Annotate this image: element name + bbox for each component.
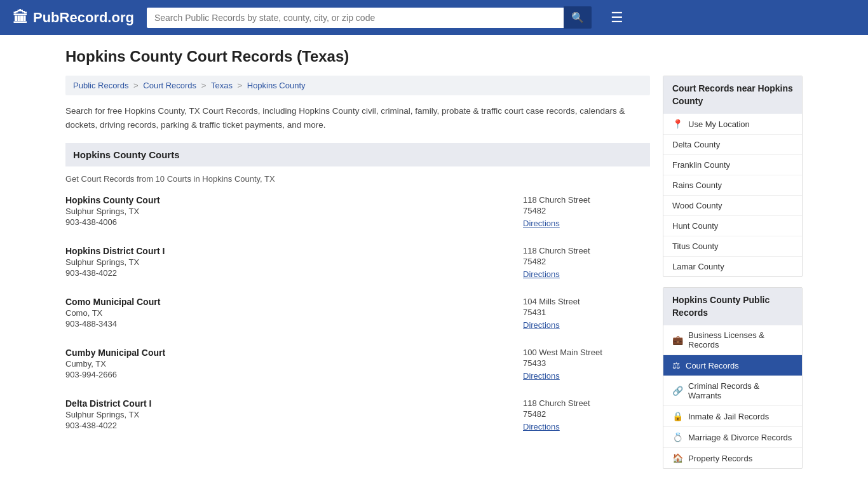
courts-list: Hopkins County Court Sulphur Springs, TX…	[65, 195, 650, 434]
court-left: Cumby Municipal Court Cumby, TX 903-994-…	[65, 348, 523, 381]
court-name: Como Municipal Court	[65, 297, 510, 307]
breadcrumb-public-records[interactable]: Public Records	[73, 81, 128, 90]
public-record-item[interactable]: 🏠 Property Records	[663, 448, 802, 468]
record-type-icon: ⚖	[672, 360, 681, 370]
court-zip: 75482	[523, 206, 650, 215]
nearby-county-item[interactable]: Delta County	[663, 135, 802, 155]
breadcrumb-hopkins-county[interactable]: Hopkins County	[247, 81, 306, 90]
nearby-counties-list: Delta CountyFranklin CountyRains CountyW…	[663, 135, 802, 276]
public-record-item[interactable]: 💼 Business Licenses & Records	[663, 325, 802, 355]
record-type-icon: 💍	[672, 432, 683, 442]
court-name: Hopkins District Court I	[65, 246, 510, 256]
court-zip: 75482	[523, 409, 650, 419]
nearby-header: Court Records near Hopkins County	[663, 76, 802, 114]
court-phone[interactable]: 903-438-4022	[65, 268, 510, 278]
breadcrumb: Public Records > Court Records > Texas >…	[65, 76, 650, 95]
nearby-county-item[interactable]: Lamar County	[663, 257, 802, 276]
court-address: 104 Mills Street	[523, 297, 650, 306]
nearby-county-item[interactable]: Titus County	[663, 236, 802, 257]
court-zip: 75431	[523, 308, 650, 317]
court-address: 100 West Main Street	[523, 348, 650, 357]
content-layout: Public Records > Court Records > Texas >…	[65, 76, 803, 479]
court-city: Sulphur Springs, TX	[65, 207, 510, 216]
directions-link[interactable]: Directions	[523, 320, 560, 330]
nearby-county-item[interactable]: Rains County	[663, 175, 802, 196]
breadcrumb-court-records[interactable]: Court Records	[143, 81, 196, 90]
court-right: 118 Church Street 75482 Directions	[523, 246, 650, 279]
public-record-item[interactable]: ⚖ Court Records	[663, 355, 802, 376]
directions-link[interactable]: Directions	[523, 219, 560, 228]
nearby-county-link[interactable]: Wood County	[672, 201, 722, 210]
court-address: 118 Church Street	[523, 398, 650, 408]
sidebar: Court Records near Hopkins County 📍 Use …	[663, 76, 803, 479]
public-records-header: Hopkins County Public Records	[663, 288, 802, 325]
directions-link[interactable]: Directions	[523, 269, 560, 279]
court-city: Cumby, TX	[65, 359, 510, 369]
menu-button[interactable]: ☰	[611, 10, 623, 26]
breadcrumb-sep1: >	[133, 81, 140, 90]
nearby-county-item[interactable]: Hunt County	[663, 216, 802, 236]
nearby-county-link[interactable]: Rains County	[672, 180, 722, 190]
nearby-county-item[interactable]: Wood County	[663, 196, 802, 216]
court-zip: 75482	[523, 257, 650, 266]
public-record-item[interactable]: 🔗 Criminal Records & Warrants	[663, 376, 802, 406]
logo-icon: 🏛	[13, 9, 28, 27]
page-description: Search for free Hopkins County, TX Court…	[65, 104, 650, 132]
record-type-label: Court Records	[686, 361, 739, 370]
use-location-item[interactable]: 📍 Use My Location	[663, 114, 802, 135]
court-phone[interactable]: 903-488-3434	[65, 319, 510, 329]
public-records-box: Hopkins County Public Records 💼 Business…	[663, 287, 803, 469]
public-record-item[interactable]: 🔒 Inmate & Jail Records	[663, 406, 802, 427]
court-right: 100 West Main Street 75433 Directions	[523, 348, 650, 381]
record-type-label: Business Licenses & Records	[688, 330, 793, 349]
courts-section-header: Hopkins County Courts	[65, 143, 650, 166]
nearby-county-link[interactable]: Franklin County	[672, 160, 730, 170]
court-right: 118 Church Street 75482 Directions	[523, 195, 650, 228]
site-header: 🏛 PubRecord.org 🔍 ☰	[0, 0, 868, 35]
nearby-county-link[interactable]: Delta County	[672, 140, 720, 149]
public-record-item[interactable]: 💍 Marriage & Divorce Records	[663, 427, 802, 448]
record-type-icon: 💼	[672, 335, 683, 345]
court-right: 118 Church Street 75482 Directions	[523, 398, 650, 431]
court-name: Hopkins County Court	[65, 195, 510, 205]
court-phone[interactable]: 903-438-4022	[65, 421, 510, 430]
court-right: 104 Mills Street 75431 Directions	[523, 297, 650, 330]
court-phone[interactable]: 903-994-2666	[65, 370, 510, 379]
search-button[interactable]: 🔍	[564, 6, 592, 29]
nearby-county-item[interactable]: Franklin County	[663, 155, 802, 175]
court-phone[interactable]: 903-438-4006	[65, 217, 510, 227]
court-name: Delta District Court I	[65, 398, 510, 409]
search-input[interactable]	[147, 8, 564, 28]
directions-link[interactable]: Directions	[523, 371, 560, 381]
use-location-label: Use My Location	[688, 119, 750, 129]
record-type-icon: 🔗	[672, 386, 683, 396]
record-type-label: Marriage & Divorce Records	[688, 433, 792, 442]
record-type-label: Inmate & Jail Records	[688, 412, 769, 421]
court-left: Como Municipal Court Como, TX 903-488-34…	[65, 297, 523, 330]
court-city: Sulphur Springs, TX	[65, 257, 510, 267]
nearby-county-link[interactable]: Titus County	[672, 241, 719, 251]
court-zip: 75433	[523, 358, 650, 368]
nearby-county-link[interactable]: Lamar County	[672, 262, 724, 271]
court-entry: Cumby Municipal Court Cumby, TX 903-994-…	[65, 348, 650, 383]
search-area: 🔍	[147, 6, 592, 29]
directions-link[interactable]: Directions	[523, 422, 560, 431]
court-city: Como, TX	[65, 308, 510, 318]
court-name: Cumby Municipal Court	[65, 348, 510, 358]
courts-section-subtext: Get Court Records from 10 Courts in Hopk…	[65, 174, 650, 184]
record-type-icon: 🏠	[672, 453, 683, 463]
location-icon: 📍	[672, 119, 683, 129]
court-address: 118 Church Street	[523, 246, 650, 255]
court-left: Hopkins County Court Sulphur Springs, TX…	[65, 195, 523, 228]
site-logo[interactable]: 🏛 PubRecord.org	[13, 9, 134, 27]
court-city: Sulphur Springs, TX	[65, 410, 510, 419]
nearby-county-link[interactable]: Hunt County	[672, 221, 718, 231]
breadcrumb-sep3: >	[238, 81, 245, 90]
court-entry: Hopkins District Court I Sulphur Springs…	[65, 246, 650, 281]
breadcrumb-texas[interactable]: Texas	[211, 81, 233, 90]
main-content: Public Records > Court Records > Texas >…	[65, 76, 650, 479]
page-title: Hopkins County Court Records (Texas)	[65, 48, 803, 65]
court-entry: Como Municipal Court Como, TX 903-488-34…	[65, 297, 650, 332]
court-entry: Hopkins County Court Sulphur Springs, TX…	[65, 195, 650, 231]
court-left: Delta District Court I Sulphur Springs, …	[65, 398, 523, 431]
